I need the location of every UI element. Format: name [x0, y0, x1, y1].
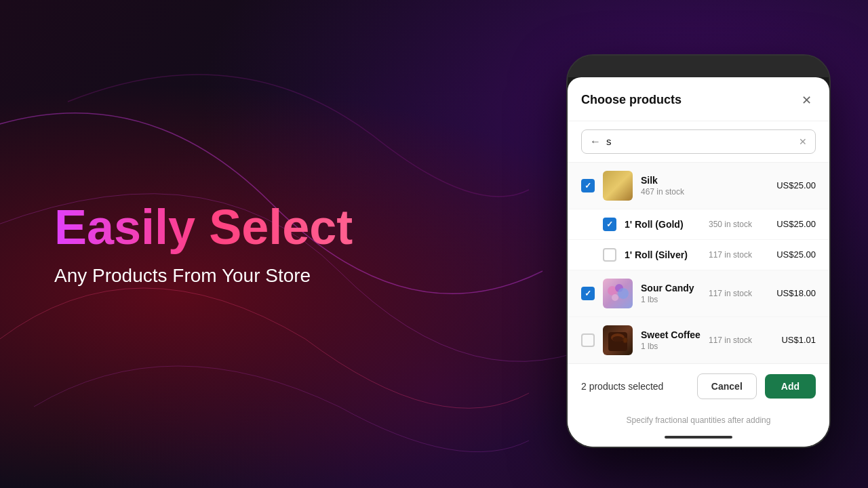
product-list: Silk 467 in stock US$25.00 1' Roll (Gold… [568, 163, 829, 363]
list-item: Silk 467 in stock US$25.00 [568, 163, 829, 209]
list-item: Sour Candy 1 lbs 117 in stock US$18.00 [568, 270, 829, 317]
product-meta: 467 in stock [641, 187, 760, 197]
phone-mockup: Choose products ✕ ← ✕ Silk [566, 54, 831, 448]
home-bar [665, 436, 732, 439]
silk-silver-info: 1' Roll (Silver) [625, 249, 701, 260]
product-name: Silk [641, 175, 760, 186]
search-input-wrapper: ← ✕ [581, 129, 816, 154]
product-stock: 350 in stock [709, 220, 752, 229]
modal-footer: 2 products selected Cancel Add [568, 363, 829, 409]
svg-point-2 [618, 288, 629, 299]
add-button[interactable]: Add [765, 374, 816, 399]
sweet-coffee-checkbox[interactable] [581, 333, 595, 347]
silk-gold-checkbox[interactable] [603, 218, 616, 231]
silk-gold-info: 1' Roll (Gold) [625, 219, 701, 230]
product-name: Sweet Coffee [641, 329, 701, 340]
product-name: Sour Candy [641, 283, 701, 293]
silk-image [603, 171, 633, 201]
cancel-button[interactable]: Cancel [697, 373, 757, 399]
search-bar: ← ✕ [568, 121, 829, 163]
close-button[interactable]: ✕ [797, 91, 816, 110]
product-stock: 117 in stock [709, 289, 752, 298]
product-price: US$1.01 [768, 335, 816, 345]
product-name: 1' Roll (Silver) [625, 249, 701, 260]
phone-top-bar [568, 56, 829, 77]
product-price: US$18.00 [768, 288, 816, 298]
modal-title: Choose products [581, 93, 682, 107]
svg-point-6 [612, 336, 623, 342]
hero-title: Easily Select [54, 201, 353, 254]
silk-silver-checkbox[interactable] [603, 248, 616, 262]
clear-icon[interactable]: ✕ [799, 136, 807, 147]
list-item: Sweet Coffee 1 lbs 117 in stock US$1.01 [568, 317, 829, 363]
product-price: US$25.00 [768, 219, 816, 229]
sour-candy-image [603, 279, 633, 308]
modal-header: Choose products ✕ [568, 77, 829, 121]
product-stock: 117 in stock [709, 250, 752, 260]
svg-rect-7 [623, 338, 627, 343]
sweet-coffee-image [603, 325, 633, 355]
list-item: 1' Roll (Silver) 117 in stock US$25.00 [568, 240, 829, 270]
selected-count: 2 products selected [581, 381, 689, 392]
product-price: US$25.00 [768, 180, 816, 190]
sour-candy-info: Sour Candy 1 lbs [641, 283, 701, 304]
silk-info: Silk 467 in stock [641, 175, 760, 197]
silk-checkbox[interactable] [581, 179, 595, 192]
hero-section: Easily Select Any Products From Your Sto… [54, 201, 353, 287]
svg-point-3 [612, 294, 618, 301]
modal-hint: Specify fractional quantities after addi… [568, 409, 829, 436]
back-icon[interactable]: ← [590, 136, 601, 148]
sweet-coffee-info: Sweet Coffee 1 lbs [641, 329, 701, 351]
list-item: 1' Roll (Gold) 350 in stock US$25.00 [568, 209, 829, 240]
sour-candy-checkbox[interactable] [581, 287, 595, 300]
product-meta: 1 lbs [641, 295, 701, 304]
product-name: 1' Roll (Gold) [625, 219, 701, 230]
search-input[interactable] [606, 136, 793, 147]
product-price: US$25.00 [768, 249, 816, 260]
home-indicator [568, 436, 829, 447]
choose-products-modal: Choose products ✕ ← ✕ Silk [568, 77, 829, 447]
product-stock: 117 in stock [709, 336, 752, 345]
hero-subtitle: Any Products From Your Store [54, 266, 353, 287]
product-meta: 1 lbs [641, 342, 701, 351]
phone-mockup-area: Choose products ✕ ← ✕ Silk [529, 0, 868, 488]
